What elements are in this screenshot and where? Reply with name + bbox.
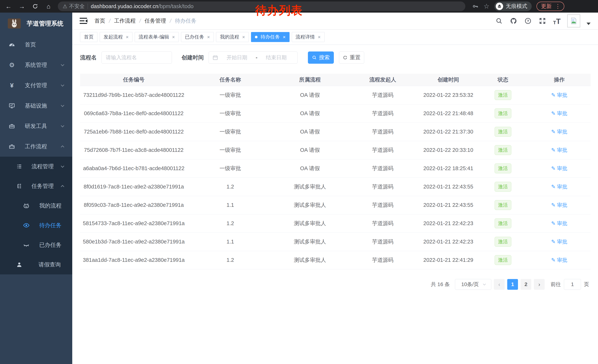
approve-button[interactable]: ✎审批 xyxy=(551,183,567,190)
tab-start-process[interactable]: 发起流程× xyxy=(100,32,133,42)
close-icon[interactable]: × xyxy=(283,35,285,40)
edit-pencil-icon: ✎ xyxy=(551,257,555,263)
end-date-input[interactable]: 结束日期 xyxy=(259,54,294,61)
top-navbar: 首页 / 工作流程 / 任务管理 / 待办任务 ? xyxy=(72,13,598,29)
not-secure-warning[interactable]: ⚠ 不安全 xyxy=(63,3,85,10)
close-icon[interactable]: × xyxy=(242,35,245,40)
avatar-dropdown-icon[interactable] xyxy=(587,23,590,25)
sidebar-item-process-mgmt[interactable]: 流程管理 xyxy=(0,157,72,176)
next-page-button[interactable]: › xyxy=(534,279,545,290)
search-button-icon xyxy=(312,55,317,60)
sidebar-item-home[interactable]: 首页 xyxy=(0,34,72,55)
cell-task-name: 一级审批 xyxy=(187,159,273,178)
sidebar-item-todo-tasks[interactable]: 待办任务 xyxy=(0,216,72,235)
status-badge: 激活 xyxy=(495,163,511,173)
process-name-input[interactable]: 请输入流程名 xyxy=(101,51,172,64)
browser-reload-icon[interactable] xyxy=(31,2,39,10)
tab-form-edit[interactable]: 流程表单-编辑× xyxy=(135,32,179,42)
edit-pencil-icon: ✎ xyxy=(551,239,555,245)
close-icon[interactable]: × xyxy=(318,35,321,40)
close-icon[interactable]: × xyxy=(172,35,175,40)
browser-back-icon[interactable]: ← xyxy=(4,2,13,10)
search-button[interactable]: 搜索 xyxy=(308,51,334,64)
sidebar-item-devtools[interactable]: 研发工具 xyxy=(0,116,72,136)
browser-update-button[interactable]: 更新 ⋮ xyxy=(537,2,564,11)
briefcase-icon xyxy=(8,143,16,150)
table-row: 75d72608-7b7f-11ec-a3c8-acde48001122 一级审… xyxy=(80,141,590,159)
font-size-icon[interactable]: TT xyxy=(553,17,561,25)
header-actions: ? TT xyxy=(495,15,590,27)
approve-button[interactable]: ✎审批 xyxy=(551,220,567,227)
key-icon[interactable] xyxy=(472,3,479,9)
goto-page-input[interactable]: 1 xyxy=(564,279,581,290)
edit-pencil-icon: ✎ xyxy=(551,110,555,116)
sidebar-item-task-mgmt[interactable]: 任务管理 xyxy=(0,176,72,196)
date-range-picker[interactable]: 开始日期 - 结束日期 xyxy=(208,51,298,64)
tab-done-tasks[interactable]: 已办任务× xyxy=(181,32,214,42)
yen-icon: ¥ xyxy=(8,82,16,89)
cell-actions: ✎审批 xyxy=(528,233,590,251)
sidebar-item-my-process[interactable]: 我的流程 xyxy=(0,196,72,216)
help-icon[interactable]: ? xyxy=(524,17,532,25)
browser-home-icon[interactable]: ⌂ xyxy=(44,2,53,10)
sidebar-item-system[interactable]: ⚙ 系统管理 xyxy=(0,55,72,75)
sidebar-item-done-tasks[interactable]: 已办任务 xyxy=(0,235,72,255)
table-row: 580e1b3d-7ac8-11ec-a9e2-a2380e71991a 1.1… xyxy=(80,233,590,251)
approve-button[interactable]: ✎审批 xyxy=(551,238,567,245)
fullscreen-icon[interactable] xyxy=(538,17,547,25)
sidebar-collapse-icon[interactable] xyxy=(80,18,87,24)
approve-button[interactable]: ✎审批 xyxy=(551,147,567,154)
sidebar-logo-row[interactable]: 芋道管理系统 xyxy=(0,13,72,34)
approve-button[interactable]: ✎审批 xyxy=(551,92,567,99)
close-icon[interactable]: × xyxy=(207,35,210,40)
cell-task-name: 1.2 xyxy=(187,214,273,233)
breadcrumb-workflow[interactable]: 工作流程 xyxy=(114,17,136,25)
reset-button[interactable]: 重置 xyxy=(339,51,364,64)
col-process: 所属流程 xyxy=(273,74,347,86)
cell-status: 激活 xyxy=(478,122,528,141)
col-task-name: 任务名称 xyxy=(187,74,273,86)
cell-task-name: 1.1 xyxy=(187,233,273,251)
sidebar-item-workflow[interactable]: 工作流程 xyxy=(0,136,72,157)
approve-button[interactable]: ✎审批 xyxy=(551,110,567,117)
start-date-input[interactable]: 开始日期 xyxy=(220,54,254,61)
cell-task-name: 一级审批 xyxy=(187,104,273,122)
cell-task-id: a6aba0a4-7b6d-11ec-b781-acde48001122 xyxy=(80,159,187,178)
prev-page-button[interactable]: ‹ xyxy=(494,279,505,290)
close-icon[interactable]: × xyxy=(126,35,129,40)
cell-actions: ✎审批 xyxy=(528,141,590,159)
page-button-1[interactable]: 1 xyxy=(507,279,518,290)
approve-button[interactable]: ✎审批 xyxy=(551,128,567,135)
sidebar-item-leave-query[interactable]: 请假查询 xyxy=(0,255,72,274)
search-icon[interactable] xyxy=(495,17,503,25)
cell-actions: ✎审批 xyxy=(528,251,590,269)
approve-button[interactable]: ✎审批 xyxy=(551,202,567,209)
status-badge: 激活 xyxy=(495,90,511,100)
tab-my-process[interactable]: 我的流程× xyxy=(216,32,249,42)
cell-actions: ✎审批 xyxy=(528,178,590,196)
page-button-2[interactable]: 2 xyxy=(521,279,531,290)
sidebar-item-payment[interactable]: ¥ 支付管理 xyxy=(0,75,72,96)
tab-todo-tasks[interactable]: 待办任务× xyxy=(251,32,289,42)
cell-process: 测试多审批人 xyxy=(273,233,347,251)
breadcrumb-home[interactable]: 首页 xyxy=(94,17,105,25)
avatar[interactable] xyxy=(567,15,580,27)
page-size-select[interactable]: 10条/页 xyxy=(455,279,491,290)
github-icon[interactable] xyxy=(509,17,518,25)
active-tab-dot xyxy=(255,36,257,38)
page-suffix-label: 页 xyxy=(584,281,589,288)
cell-created: 2022-01-21 22:43:55 xyxy=(419,178,478,196)
sidebar-item-infrastructure[interactable]: 基础设施 xyxy=(0,96,72,116)
page-content: 流程名 请输入流程名 创建时间 开始日期 - 结束日期 搜索 xyxy=(72,45,598,364)
browser-menu-icon[interactable]: ⋮ xyxy=(555,5,561,8)
breadcrumb-task-mgmt[interactable]: 任务管理 xyxy=(144,17,166,25)
tab-home[interactable]: 首页 xyxy=(80,32,98,42)
browser-forward-icon[interactable]: → xyxy=(18,2,26,10)
bookmark-star-icon[interactable]: ☆ xyxy=(483,2,490,10)
cell-created: 2022-01-21 22:43:55 xyxy=(419,196,478,214)
approve-button[interactable]: ✎审批 xyxy=(551,165,567,172)
table-row: 381aa1dd-7ac8-11ec-a9e2-a2380e71991a 1.2… xyxy=(80,251,590,269)
approve-button[interactable]: ✎审批 xyxy=(551,257,567,264)
tab-process-detail[interactable]: 流程详情× xyxy=(292,32,324,42)
cell-task-name: 1.2 xyxy=(187,178,273,196)
